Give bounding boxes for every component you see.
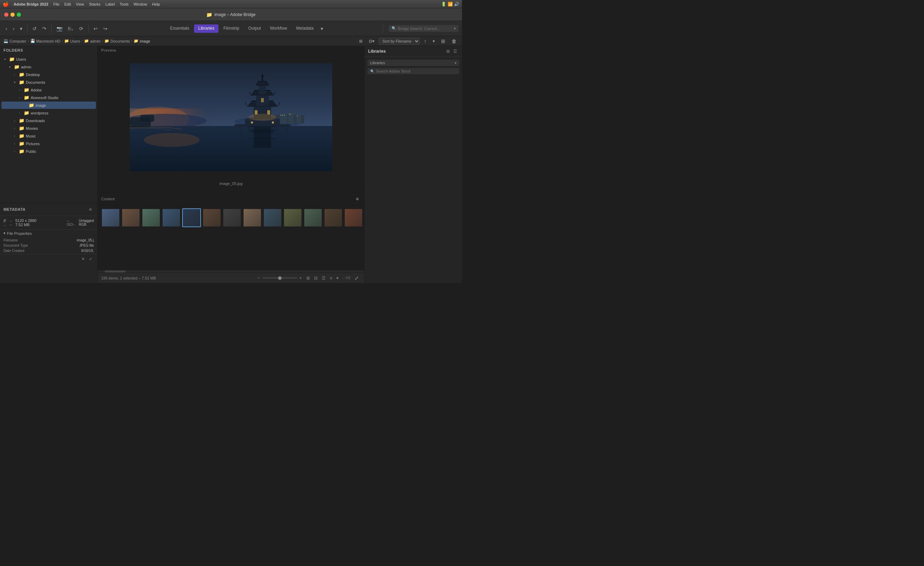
thumbnail-item-12[interactable] — [324, 208, 343, 227]
thumbnail-item-1[interactable] — [101, 208, 120, 227]
sort-select[interactable]: Sort by Filename Sort by Date Sort by Si… — [379, 38, 420, 45]
thumbnail-item-13[interactable] — [344, 208, 363, 227]
folder-tree: ▾📁Users▾📁admin›📁Desktop▾📁Documents›📁Adob… — [0, 54, 98, 157]
tree-item-music[interactable]: ›📁Music — [2, 132, 96, 140]
menu-window[interactable]: Window — [134, 2, 147, 6]
redo-button[interactable]: ↪ — [101, 24, 110, 33]
camera-button[interactable]: 📷 — [54, 24, 64, 33]
stock-search-input[interactable] — [376, 69, 456, 73]
thumbnail-view-btn[interactable]: ⊞ — [357, 38, 364, 45]
breadcrumb-documents[interactable]: 📁 Documents — [104, 39, 130, 43]
filter-btn[interactable]: ⊟▾ — [367, 38, 376, 45]
thumbnail-item-6[interactable] — [202, 208, 221, 227]
tree-item-image[interactable]: 📁image — [2, 102, 96, 109]
zoom-out-btn[interactable]: − — [257, 275, 261, 281]
grid-view-btn[interactable]: ⊞ — [304, 275, 312, 282]
libraries-dropdown[interactable]: Libraries ▾ — [368, 60, 459, 66]
tree-item-pictures[interactable]: ›📁Pictures — [2, 140, 96, 147]
thumbnail-image — [243, 209, 261, 227]
tab-output[interactable]: Output — [244, 24, 265, 33]
breadcrumb-image[interactable]: 📁 image — [134, 39, 150, 43]
menu-stacks[interactable]: Stacks — [89, 2, 100, 6]
tree-item-documents[interactable]: ▾📁Documents — [2, 78, 96, 86]
tab-workflow[interactable]: Workflow — [266, 24, 291, 33]
tab-essentials[interactable]: Essentials — [166, 24, 194, 33]
list-view-btn[interactable]: ☰ — [320, 275, 327, 282]
breadcrumb-admin[interactable]: 📁 admin — [84, 39, 100, 43]
thumbnail-item-3[interactable] — [142, 208, 160, 227]
detail-view-btn[interactable]: ≡ — [328, 275, 334, 282]
menu-file[interactable]: File — [53, 2, 60, 6]
refresh-button[interactable]: ↺ — [30, 24, 39, 33]
tab-metadata[interactable]: Metadata — [292, 24, 318, 33]
tab-libraries[interactable]: Libraries — [194, 24, 219, 33]
fullscreen-btn[interactable]: ⤢ — [352, 274, 361, 282]
thumbnails-strip[interactable] — [98, 206, 364, 270]
undo-button[interactable]: ↩ — [92, 24, 100, 33]
thumbnail-item-11[interactable] — [304, 208, 322, 227]
libraries-grid-btn[interactable]: ⊞ — [445, 48, 451, 54]
search-input[interactable] — [398, 27, 453, 31]
tree-item-movies[interactable]: ›📁Movies — [2, 125, 96, 132]
tree-item-admin[interactable]: ▾📁admin — [2, 63, 96, 71]
tree-item-public[interactable]: ›📁Public — [2, 148, 96, 155]
zoom-in-btn[interactable]: + — [299, 275, 303, 281]
more-tabs-button[interactable]: ▾ — [319, 24, 325, 33]
view-more-btn[interactable]: ▾ — [334, 275, 340, 282]
copy-button[interactable]: ⎘▾ — [66, 24, 76, 33]
thumbnail-item-2[interactable] — [122, 208, 140, 227]
view-options-btn[interactable]: ▾ — [430, 38, 437, 45]
app-name[interactable]: Adobe Bridge 2022 — [14, 2, 48, 6]
tree-item-users[interactable]: ▾📁Users — [2, 56, 96, 63]
thumbnail-item-4[interactable] — [162, 208, 181, 227]
horizontal-scrollbar[interactable] — [98, 270, 364, 273]
shutter-value: -- — [9, 223, 12, 227]
tree-item-label: wordpress — [31, 111, 48, 115]
tab-filmstrip[interactable]: Filmstrip — [219, 24, 243, 33]
tree-item-downloads[interactable]: ›📁Downloads — [2, 117, 96, 124]
tree-item-aiseesoft-studio[interactable]: ›📁Aiseesoft Studio — [2, 94, 96, 101]
file-properties-title[interactable]: ▾ File Properties — [0, 230, 98, 237]
thumbnail-item-7[interactable] — [223, 208, 242, 227]
rotate-button[interactable]: ↷ — [40, 24, 48, 33]
thumbnail-item-10[interactable] — [284, 208, 302, 227]
tree-item-desktop[interactable]: ›📁Desktop — [2, 71, 96, 78]
breadcrumb-users[interactable]: 📁 Users — [64, 39, 80, 43]
thumbnail-item-5[interactable] — [182, 208, 201, 227]
breadcrumb-macintosh-hd[interactable]: 💾 Macintosh HD — [30, 39, 60, 43]
meta-cancel-btn[interactable]: ✕ — [80, 256, 86, 262]
menu-label[interactable]: Label — [105, 2, 115, 6]
svg-point-19 — [144, 133, 200, 147]
meta-confirm-btn[interactable]: ✓ — [88, 256, 94, 262]
tree-item-adobe[interactable]: ›📁Adobe — [2, 86, 96, 93]
scrollbar-thumb[interactable] — [105, 270, 126, 273]
menu-edit[interactable]: Edit — [64, 2, 71, 6]
search-dropdown-icon[interactable]: ▾ — [454, 27, 456, 30]
maximize-button[interactable] — [17, 12, 21, 17]
zoom-slider[interactable] — [262, 278, 297, 278]
thumbnail-item-8[interactable] — [243, 208, 262, 227]
delete-btn[interactable]: 🗑 — [450, 37, 459, 45]
metadata-options-btn[interactable]: ≡ — [87, 205, 94, 213]
libraries-list-btn[interactable]: ☰ — [452, 48, 459, 54]
breadcrumb-computer[interactable]: 💻 Computer — [3, 39, 26, 43]
history-dropdown[interactable]: ▾ — [18, 24, 24, 33]
close-button[interactable] — [4, 12, 8, 17]
grid-view2-btn[interactable]: ⊟ — [312, 275, 319, 282]
menu-help[interactable]: Help — [152, 2, 160, 6]
minimize-button[interactable] — [10, 12, 15, 17]
back-button[interactable]: ‹ — [3, 24, 9, 33]
menu-view[interactable]: View — [76, 2, 84, 6]
new-folder-btn[interactable]: ⊞ — [439, 37, 447, 45]
menu-tools[interactable]: Tools — [120, 2, 129, 6]
system-icons: 🔋 📶 🔊 — [441, 2, 459, 7]
breadcrumb-arrow-1: › — [28, 39, 28, 43]
content-options-btn[interactable]: ≡ — [354, 195, 361, 203]
thumbnail-item-9[interactable] — [263, 208, 282, 227]
forward-button[interactable]: › — [11, 24, 17, 33]
tree-item-wordpress[interactable]: ›📁wordpress — [2, 109, 96, 117]
sort-order-btn[interactable]: ↑ — [422, 37, 429, 45]
apple-menu[interactable]: 🍎 — [3, 2, 9, 7]
sync-button[interactable]: ⟳ — [77, 24, 86, 33]
metadata-panel: Metadata ≡ f/ -- -- -- 5120 x 2880 7.52 … — [0, 203, 98, 283]
